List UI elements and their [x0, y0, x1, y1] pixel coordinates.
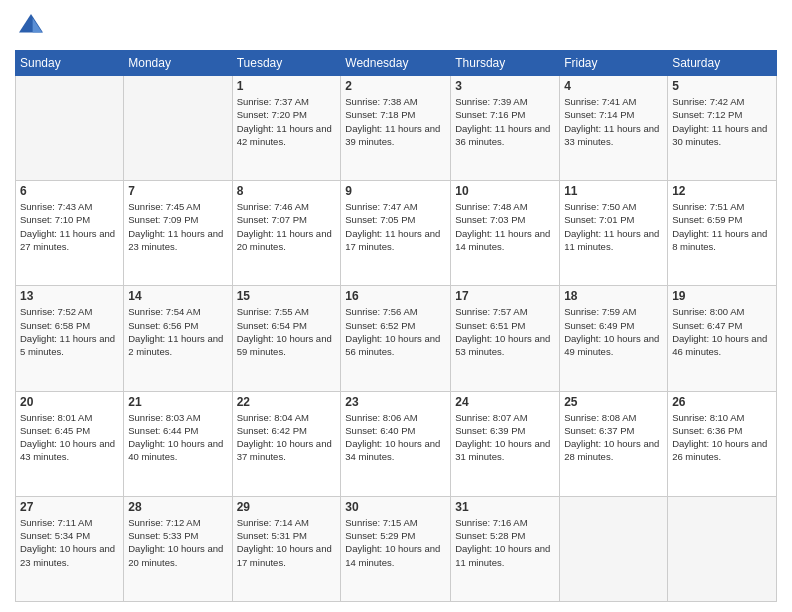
calendar-cell: 22Sunrise: 8:04 AMSunset: 6:42 PMDayligh… [232, 391, 341, 496]
day-info: Sunrise: 8:07 AMSunset: 6:39 PMDaylight:… [455, 411, 555, 464]
day-info: Sunrise: 7:55 AMSunset: 6:54 PMDaylight:… [237, 305, 337, 358]
weekday-header: Friday [560, 51, 668, 76]
day-info: Sunrise: 7:48 AMSunset: 7:03 PMDaylight:… [455, 200, 555, 253]
calendar-header-row: SundayMondayTuesdayWednesdayThursdayFrid… [16, 51, 777, 76]
day-info: Sunrise: 7:14 AMSunset: 5:31 PMDaylight:… [237, 516, 337, 569]
calendar-cell: 7Sunrise: 7:45 AMSunset: 7:09 PMDaylight… [124, 181, 232, 286]
day-number: 14 [128, 289, 227, 303]
calendar-cell: 19Sunrise: 8:00 AMSunset: 6:47 PMDayligh… [668, 286, 777, 391]
day-info: Sunrise: 7:37 AMSunset: 7:20 PMDaylight:… [237, 95, 337, 148]
day-info: Sunrise: 8:00 AMSunset: 6:47 PMDaylight:… [672, 305, 772, 358]
day-info: Sunrise: 7:43 AMSunset: 7:10 PMDaylight:… [20, 200, 119, 253]
calendar-week-row: 6Sunrise: 7:43 AMSunset: 7:10 PMDaylight… [16, 181, 777, 286]
day-info: Sunrise: 7:47 AMSunset: 7:05 PMDaylight:… [345, 200, 446, 253]
calendar-cell: 14Sunrise: 7:54 AMSunset: 6:56 PMDayligh… [124, 286, 232, 391]
day-info: Sunrise: 8:10 AMSunset: 6:36 PMDaylight:… [672, 411, 772, 464]
calendar-cell: 24Sunrise: 8:07 AMSunset: 6:39 PMDayligh… [451, 391, 560, 496]
day-info: Sunrise: 7:54 AMSunset: 6:56 PMDaylight:… [128, 305, 227, 358]
day-number: 22 [237, 395, 337, 409]
day-info: Sunrise: 7:39 AMSunset: 7:16 PMDaylight:… [455, 95, 555, 148]
logo [15, 10, 51, 42]
day-number: 16 [345, 289, 446, 303]
day-info: Sunrise: 7:38 AMSunset: 7:18 PMDaylight:… [345, 95, 446, 148]
day-number: 29 [237, 500, 337, 514]
calendar-week-row: 13Sunrise: 7:52 AMSunset: 6:58 PMDayligh… [16, 286, 777, 391]
day-number: 4 [564, 79, 663, 93]
calendar-cell: 8Sunrise: 7:46 AMSunset: 7:07 PMDaylight… [232, 181, 341, 286]
day-info: Sunrise: 7:45 AMSunset: 7:09 PMDaylight:… [128, 200, 227, 253]
day-info: Sunrise: 7:16 AMSunset: 5:28 PMDaylight:… [455, 516, 555, 569]
day-number: 23 [345, 395, 446, 409]
day-info: Sunrise: 8:06 AMSunset: 6:40 PMDaylight:… [345, 411, 446, 464]
day-info: Sunrise: 8:04 AMSunset: 6:42 PMDaylight:… [237, 411, 337, 464]
calendar-table: SundayMondayTuesdayWednesdayThursdayFrid… [15, 50, 777, 602]
calendar-cell [124, 76, 232, 181]
day-number: 1 [237, 79, 337, 93]
day-number: 30 [345, 500, 446, 514]
calendar-body: 1Sunrise: 7:37 AMSunset: 7:20 PMDaylight… [16, 76, 777, 602]
calendar-cell: 23Sunrise: 8:06 AMSunset: 6:40 PMDayligh… [341, 391, 451, 496]
day-number: 18 [564, 289, 663, 303]
day-number: 19 [672, 289, 772, 303]
calendar-cell: 30Sunrise: 7:15 AMSunset: 5:29 PMDayligh… [341, 496, 451, 601]
calendar-cell: 20Sunrise: 8:01 AMSunset: 6:45 PMDayligh… [16, 391, 124, 496]
day-info: Sunrise: 8:01 AMSunset: 6:45 PMDaylight:… [20, 411, 119, 464]
day-number: 26 [672, 395, 772, 409]
calendar-cell: 17Sunrise: 7:57 AMSunset: 6:51 PMDayligh… [451, 286, 560, 391]
day-number: 20 [20, 395, 119, 409]
day-number: 25 [564, 395, 663, 409]
day-info: Sunrise: 7:46 AMSunset: 7:07 PMDaylight:… [237, 200, 337, 253]
weekday-header: Tuesday [232, 51, 341, 76]
calendar-cell: 28Sunrise: 7:12 AMSunset: 5:33 PMDayligh… [124, 496, 232, 601]
day-info: Sunrise: 7:11 AMSunset: 5:34 PMDaylight:… [20, 516, 119, 569]
weekday-header: Sunday [16, 51, 124, 76]
calendar-cell: 26Sunrise: 8:10 AMSunset: 6:36 PMDayligh… [668, 391, 777, 496]
calendar-cell: 31Sunrise: 7:16 AMSunset: 5:28 PMDayligh… [451, 496, 560, 601]
calendar-cell [16, 76, 124, 181]
day-number: 11 [564, 184, 663, 198]
calendar-cell: 4Sunrise: 7:41 AMSunset: 7:14 PMDaylight… [560, 76, 668, 181]
calendar-cell: 18Sunrise: 7:59 AMSunset: 6:49 PMDayligh… [560, 286, 668, 391]
calendar-cell: 21Sunrise: 8:03 AMSunset: 6:44 PMDayligh… [124, 391, 232, 496]
day-info: Sunrise: 7:15 AMSunset: 5:29 PMDaylight:… [345, 516, 446, 569]
calendar-cell: 29Sunrise: 7:14 AMSunset: 5:31 PMDayligh… [232, 496, 341, 601]
day-number: 6 [20, 184, 119, 198]
logo-icon [15, 10, 47, 42]
day-number: 3 [455, 79, 555, 93]
day-info: Sunrise: 8:03 AMSunset: 6:44 PMDaylight:… [128, 411, 227, 464]
calendar-cell: 6Sunrise: 7:43 AMSunset: 7:10 PMDaylight… [16, 181, 124, 286]
calendar-page: SundayMondayTuesdayWednesdayThursdayFrid… [0, 0, 792, 612]
day-info: Sunrise: 7:52 AMSunset: 6:58 PMDaylight:… [20, 305, 119, 358]
day-number: 28 [128, 500, 227, 514]
calendar-cell: 25Sunrise: 8:08 AMSunset: 6:37 PMDayligh… [560, 391, 668, 496]
weekday-header: Monday [124, 51, 232, 76]
calendar-cell [668, 496, 777, 601]
day-info: Sunrise: 7:57 AMSunset: 6:51 PMDaylight:… [455, 305, 555, 358]
day-info: Sunrise: 7:51 AMSunset: 6:59 PMDaylight:… [672, 200, 772, 253]
day-number: 27 [20, 500, 119, 514]
calendar-cell: 9Sunrise: 7:47 AMSunset: 7:05 PMDaylight… [341, 181, 451, 286]
calendar-cell: 2Sunrise: 7:38 AMSunset: 7:18 PMDaylight… [341, 76, 451, 181]
day-info: Sunrise: 8:08 AMSunset: 6:37 PMDaylight:… [564, 411, 663, 464]
calendar-cell: 10Sunrise: 7:48 AMSunset: 7:03 PMDayligh… [451, 181, 560, 286]
day-info: Sunrise: 7:42 AMSunset: 7:12 PMDaylight:… [672, 95, 772, 148]
calendar-cell: 3Sunrise: 7:39 AMSunset: 7:16 PMDaylight… [451, 76, 560, 181]
calendar-cell: 5Sunrise: 7:42 AMSunset: 7:12 PMDaylight… [668, 76, 777, 181]
day-number: 17 [455, 289, 555, 303]
calendar-week-row: 1Sunrise: 7:37 AMSunset: 7:20 PMDaylight… [16, 76, 777, 181]
header [15, 10, 777, 42]
day-number: 31 [455, 500, 555, 514]
calendar-cell: 12Sunrise: 7:51 AMSunset: 6:59 PMDayligh… [668, 181, 777, 286]
calendar-cell: 15Sunrise: 7:55 AMSunset: 6:54 PMDayligh… [232, 286, 341, 391]
weekday-header: Saturday [668, 51, 777, 76]
day-number: 13 [20, 289, 119, 303]
calendar-cell: 16Sunrise: 7:56 AMSunset: 6:52 PMDayligh… [341, 286, 451, 391]
calendar-cell: 13Sunrise: 7:52 AMSunset: 6:58 PMDayligh… [16, 286, 124, 391]
calendar-cell: 27Sunrise: 7:11 AMSunset: 5:34 PMDayligh… [16, 496, 124, 601]
calendar-week-row: 27Sunrise: 7:11 AMSunset: 5:34 PMDayligh… [16, 496, 777, 601]
weekday-header: Wednesday [341, 51, 451, 76]
weekday-header: Thursday [451, 51, 560, 76]
calendar-cell [560, 496, 668, 601]
day-number: 10 [455, 184, 555, 198]
calendar-cell: 11Sunrise: 7:50 AMSunset: 7:01 PMDayligh… [560, 181, 668, 286]
